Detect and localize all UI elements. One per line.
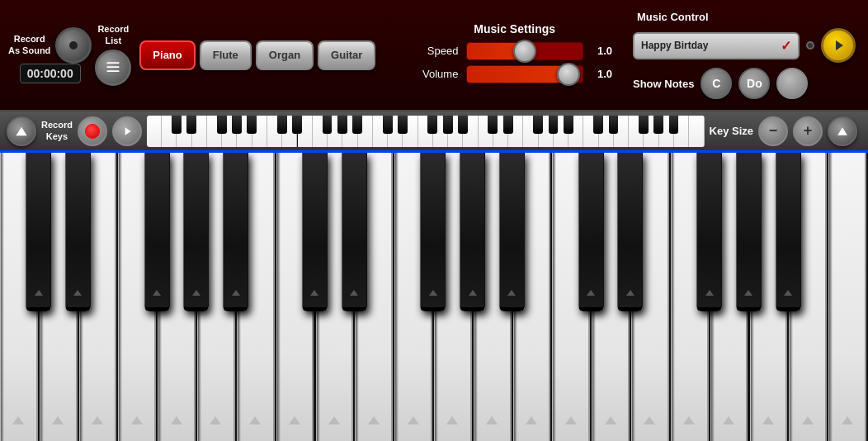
strip-black-key[interactable]: [232, 116, 242, 135]
record-button[interactable]: [78, 116, 107, 146]
black-key[interactable]: [460, 153, 485, 311]
white-key-marker: [328, 416, 340, 424]
play-button[interactable]: [821, 28, 856, 63]
record-as-sound-knob[interactable]: [55, 27, 92, 64]
up-arrow-icon: [15, 125, 28, 138]
black-key[interactable]: [342, 153, 367, 311]
black-key-marker: [587, 290, 595, 296]
strip-black-key[interactable]: [488, 116, 498, 135]
strip-black-key[interactable]: [639, 116, 649, 135]
strip-black-key[interactable]: [427, 116, 437, 135]
white-key-marker: [802, 416, 814, 424]
strip-black-key[interactable]: [292, 116, 302, 135]
black-key[interactable]: [26, 153, 51, 311]
piano-button[interactable]: Piano: [139, 40, 195, 70]
volume-slider[interactable]: [466, 65, 583, 83]
black-key[interactable]: [736, 153, 762, 311]
black-key[interactable]: [420, 153, 446, 311]
black-key[interactable]: [617, 153, 643, 311]
record-keys-label-group: Record Keys: [41, 120, 73, 141]
black-key-marker: [153, 290, 161, 296]
white-key-marker: [131, 416, 143, 424]
strip-black-key[interactable]: [217, 116, 227, 135]
strip-black-key[interactable]: [669, 116, 679, 135]
svg-marker-4: [16, 126, 26, 135]
black-key-marker: [784, 290, 792, 296]
white-key-marker: [12, 416, 24, 424]
white-key-marker: [526, 416, 537, 424]
checkmark-icon: ✓: [781, 38, 791, 54]
black-key[interactable]: [183, 153, 209, 311]
black-key-marker: [350, 290, 358, 296]
strip-white-key[interactable]: [689, 116, 704, 147]
record-as-sound-section: Record As Sound 00:00:00: [8, 27, 92, 83]
white-key-marker: [683, 416, 695, 424]
strip-black-key[interactable]: [564, 116, 573, 135]
white-key-left-shadow: [672, 153, 675, 441]
guitar-button[interactable]: Guitar: [318, 40, 375, 70]
white-key-marker: [171, 416, 182, 424]
volume-fill: [467, 66, 568, 83]
notes-knob[interactable]: [776, 68, 808, 99]
black-key[interactable]: [578, 153, 604, 311]
do-note-label: Do: [747, 77, 762, 90]
strip-white-key[interactable]: [147, 116, 162, 147]
black-key-marker: [73, 290, 82, 296]
strip-black-key[interactable]: [593, 116, 603, 135]
strip-black-key[interactable]: [323, 116, 333, 135]
black-key[interactable]: [302, 153, 328, 311]
black-key[interactable]: [144, 153, 170, 311]
black-key-marker: [507, 290, 516, 296]
strip-black-key[interactable]: [503, 116, 513, 135]
strip-black-key[interactable]: [383, 116, 393, 135]
record-keys-label2: Keys: [46, 131, 68, 142]
record-list-button[interactable]: [95, 50, 131, 86]
do-note-button[interactable]: Do: [738, 68, 770, 99]
key-size-increase-button[interactable]: +: [793, 116, 823, 146]
strip-black-key[interactable]: [186, 116, 196, 135]
playback-icon: [121, 126, 133, 137]
knob-inner: [69, 41, 78, 50]
strip-black-key[interactable]: [337, 116, 347, 135]
strip-black-key[interactable]: [609, 116, 619, 135]
key-size-decrease-button[interactable]: −: [758, 116, 788, 146]
white-key-marker: [605, 416, 616, 424]
black-key[interactable]: [696, 153, 722, 311]
song-dropdown[interactable]: Happy Birtday ✓: [633, 32, 800, 59]
white-key-marker: [762, 416, 774, 424]
strip-black-key[interactable]: [247, 116, 257, 135]
strip-black-key[interactable]: [277, 116, 287, 135]
white-key-marker: [723, 416, 734, 424]
key-size-up-button[interactable]: [828, 116, 857, 146]
strip-black-key[interactable]: [398, 116, 408, 135]
record-list-label1: Record: [97, 24, 129, 35]
top-bar: Record As Sound 00:00:00 Record List Pia…: [0, 0, 868, 111]
black-key[interactable]: [223, 153, 248, 311]
black-key[interactable]: [65, 153, 91, 311]
speed-slider[interactable]: [466, 42, 583, 60]
strip-black-key[interactable]: [352, 116, 362, 135]
flute-button[interactable]: Flute: [200, 40, 252, 70]
record-as-sound-group: Record As Sound: [8, 27, 92, 64]
organ-button[interactable]: Organ: [256, 40, 314, 70]
record-list-section: Record List: [95, 24, 131, 85]
playback-button[interactable]: [112, 116, 142, 146]
record-as-sound-label: Record: [14, 34, 45, 45]
black-key[interactable]: [776, 153, 801, 311]
strip-black-key[interactable]: [172, 116, 182, 135]
key-up-icon: [837, 126, 848, 137]
c-note-button[interactable]: C: [701, 68, 732, 99]
svg-rect-0: [107, 62, 120, 64]
strip-black-key[interactable]: [653, 116, 663, 135]
scroll-up-button[interactable]: [7, 116, 36, 146]
record-keys-label1: Record: [41, 120, 73, 130]
strip-black-key[interactable]: [533, 116, 543, 135]
white-key-marker: [92, 416, 103, 424]
black-key[interactable]: [499, 153, 525, 311]
white-key[interactable]: [828, 153, 866, 441]
white-key-marker: [52, 416, 64, 424]
black-key-marker: [744, 290, 752, 296]
strip-black-key[interactable]: [458, 116, 468, 135]
strip-black-key[interactable]: [549, 116, 559, 135]
strip-black-key[interactable]: [443, 116, 453, 135]
